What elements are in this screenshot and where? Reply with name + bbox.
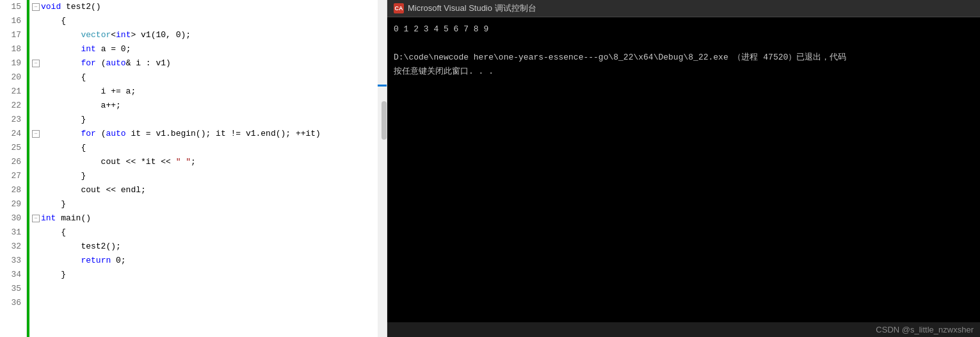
code-line: cout << endl; xyxy=(32,183,378,197)
code-line: } xyxy=(32,113,378,127)
code-line: { xyxy=(32,70,378,85)
output-line: 按任意键关闭此窗口. . . xyxy=(394,65,974,79)
code-line: − void test2() xyxy=(32,0,378,14)
code-line: { xyxy=(32,14,378,28)
code-line: − for (auto it = v1.begin(); it != v1.en… xyxy=(32,127,378,141)
output-line xyxy=(394,37,974,51)
fold-button[interactable]: − xyxy=(32,130,40,138)
code-line: { xyxy=(32,226,378,240)
output-line: D:\code\newcode here\one-years-essence--… xyxy=(394,51,974,65)
fold-button[interactable]: − xyxy=(32,3,40,11)
scrollbar-thumb[interactable] xyxy=(382,101,387,140)
vs-icon: CA xyxy=(394,3,404,13)
watermark-text: CSDN @s_little_nzwxsher xyxy=(876,325,974,334)
code-line: test2(); xyxy=(32,240,378,254)
code-line: − for (auto& i : v1) xyxy=(32,56,378,70)
console-body[interactable]: 0 1 2 3 4 5 6 7 8 9 D:\code\newcode here… xyxy=(387,17,980,322)
code-line: cout << *it << " "; xyxy=(32,155,378,169)
code-line: int a = 0; xyxy=(32,42,378,56)
code-line: } xyxy=(32,268,378,282)
code-line: i += a; xyxy=(32,85,378,99)
fold-button[interactable]: − xyxy=(32,60,40,67)
code-editor: 15 16 17 18 19 20 21 22 23 24 25 26 27 2… xyxy=(0,0,387,337)
code-line: − int main() xyxy=(32,211,378,226)
fold-button[interactable]: − xyxy=(32,215,40,222)
line-numbers: 15 16 17 18 19 20 21 22 23 24 25 26 27 2… xyxy=(0,0,27,337)
code-line: } xyxy=(32,197,378,211)
code-lines: − void test2() { vector<int> v1(10, 0); xyxy=(27,0,378,282)
scrollbar-mark xyxy=(378,85,387,86)
scrollbar-track[interactable] xyxy=(378,0,387,337)
output-line: 0 1 2 3 4 5 6 7 8 9 xyxy=(394,22,974,37)
console-footer: CSDN @s_little_nzwxsher xyxy=(387,322,980,337)
code-line: } xyxy=(32,169,378,183)
console-titlebar: CA Microsoft Visual Studio 调试控制台 xyxy=(387,0,980,17)
console-title: Microsoft Visual Studio 调试控制台 xyxy=(408,3,536,14)
code-line: return 0; xyxy=(32,254,378,268)
console-panel: CA Microsoft Visual Studio 调试控制台 0 1 2 3… xyxy=(387,0,980,337)
code-line: vector<int> v1(10, 0); xyxy=(32,28,378,42)
code-line: a++; xyxy=(32,99,378,113)
code-line: { xyxy=(32,141,378,155)
console-output: 0 1 2 3 4 5 6 7 8 9 D:\code\newcode here… xyxy=(394,22,974,79)
